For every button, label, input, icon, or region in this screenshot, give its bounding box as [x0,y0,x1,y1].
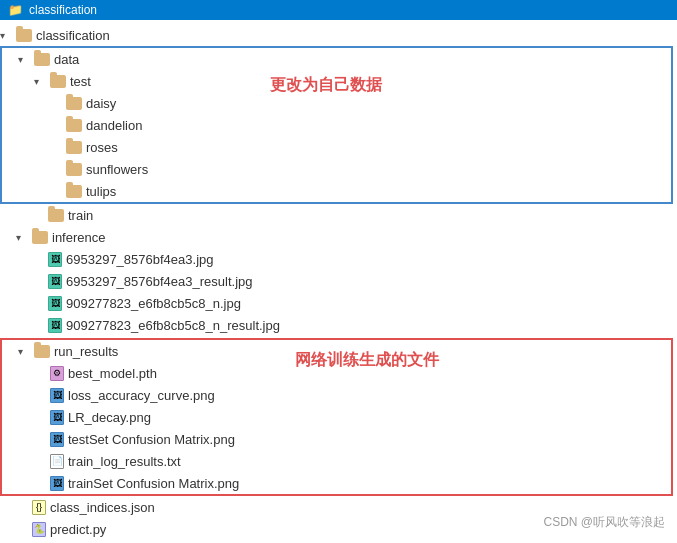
tree-item-tulips[interactable]: tulips [2,180,671,202]
png-icon: 🖼 [50,388,64,403]
title-bar: 📁 classification [0,0,677,20]
item-label: inference [52,230,105,245]
folder-icon: 📁 [8,3,23,17]
chevron-icon [0,30,16,41]
png-icon: 🖼 [50,476,64,491]
item-label: predict.py [50,522,106,537]
item-label: best_model.pth [68,366,157,381]
folder-icon [34,53,50,66]
data-blue-box: datatestdaisydandelionrosessunflowerstul… [0,46,673,204]
title-label: classification [29,3,97,17]
item-label: trainSet Confusion Matrix.png [68,476,239,491]
item-label: class_indices.json [50,500,155,515]
pth-icon: ⚙ [50,366,64,381]
item-label: run_results [54,344,118,359]
tree-item-lr_decay[interactable]: 🖼LR_decay.png [2,406,671,428]
chevron-icon [18,346,34,357]
tree-item-train[interactable]: train [0,204,677,226]
chevron-icon [18,54,34,65]
watermark: CSDN @听风吹等浪起 [543,514,665,531]
chevron-icon [16,232,32,243]
img-icon: 🖼 [48,318,62,333]
tree-item-sunflowers[interactable]: sunflowers [2,158,671,180]
item-label: testSet Confusion Matrix.png [68,432,235,447]
folder-icon [66,119,82,132]
tree-item-classification[interactable]: classification [0,24,677,46]
tree-item-dandelion[interactable]: dandelion [2,114,671,136]
img-icon: 🖼 [48,274,62,289]
folder-icon [48,209,64,222]
item-label: sunflowers [86,162,148,177]
tree-item-img4[interactable]: 🖼909277823_e6fb8cb5c8_n_result.jpg [0,314,677,336]
tree-item-test[interactable]: test [2,70,671,92]
item-label: roses [86,140,118,155]
txt-icon: 📄 [50,454,64,469]
run-results-red-box: run_results⚙best_model.pth🖼loss_accuracy… [0,338,673,496]
folder-icon [16,29,32,42]
folder-icon [66,185,82,198]
item-label: LR_decay.png [68,410,151,425]
item-label: 909277823_e6fb8cb5c8_n_result.jpg [66,318,280,333]
tree-item-data[interactable]: data [2,48,671,70]
folder-icon [50,75,66,88]
tree-item-roses[interactable]: roses [2,136,671,158]
folder-icon [32,231,48,244]
tree-item-inference[interactable]: inference [0,226,677,248]
folder-icon [66,97,82,110]
item-label: dandelion [86,118,142,133]
item-label: daisy [86,96,116,111]
tree-item-run_results[interactable]: run_results [2,340,671,362]
tree-item-img2[interactable]: 🖼6953297_8576bf4ea3_result.jpg [0,270,677,292]
img-icon: 🖼 [48,296,62,311]
tree-item-daisy[interactable]: daisy [2,92,671,114]
item-label: tulips [86,184,116,199]
tree-item-img1[interactable]: 🖼6953297_8576bf4ea3.jpg [0,248,677,270]
folder-icon [66,141,82,154]
img-icon: 🖼 [48,252,62,267]
json-icon: {} [32,500,46,515]
item-label: 6953297_8576bf4ea3_result.jpg [66,274,253,289]
folder-icon [66,163,82,176]
tree-item-best_model[interactable]: ⚙best_model.pth [2,362,671,384]
tree-item-img3[interactable]: 🖼909277823_e6fb8cb5c8_n.jpg [0,292,677,314]
tree-item-loss_curve[interactable]: 🖼loss_accuracy_curve.png [2,384,671,406]
item-label: train [68,208,93,223]
tree-item-train_log[interactable]: 📄train_log_results.txt [2,450,671,472]
item-label: 909277823_e6fb8cb5c8_n.jpg [66,296,241,311]
item-label: data [54,52,79,67]
tree-container: classificationdatatestdaisydandelionrose… [0,20,677,539]
tree-item-trainset_cm[interactable]: 🖼trainSet Confusion Matrix.png [2,472,671,494]
item-label: classification [36,28,110,43]
item-label: test [70,74,91,89]
item-label: train_log_results.txt [68,454,181,469]
folder-icon [34,345,50,358]
png-icon: 🖼 [50,432,64,447]
item-label: loss_accuracy_curve.png [68,388,215,403]
png-icon: 🖼 [50,410,64,425]
py-icon: 🐍 [32,522,46,537]
tree-item-testset_cm[interactable]: 🖼testSet Confusion Matrix.png [2,428,671,450]
item-label: 6953297_8576bf4ea3.jpg [66,252,213,267]
chevron-icon [34,76,50,87]
